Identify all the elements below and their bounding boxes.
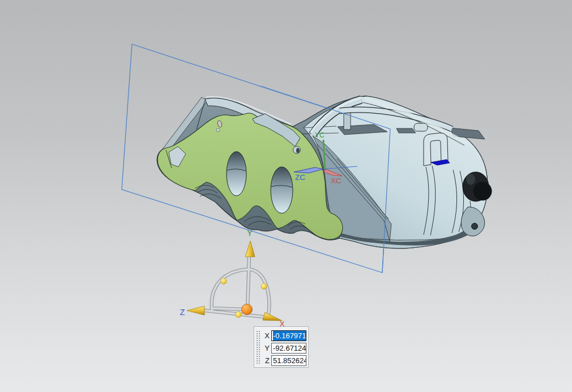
origin-ball-handle[interactable]: [242, 304, 253, 315]
deck-slot: [396, 128, 416, 133]
tip-hole: [472, 223, 478, 230]
wcs-yc-label: YC: [315, 131, 325, 139]
y-label: Y: [262, 344, 270, 352]
drag-grip[interactable]: [256, 330, 261, 364]
x-value-selected: -0.167971: [273, 331, 306, 341]
orient-manipulator: Y Z X: [180, 229, 285, 328]
x-label: X: [262, 331, 270, 340]
wcs-xc-label: XC: [331, 176, 342, 185]
coordinate-row-z: Z 51.852624: [262, 355, 306, 366]
knob-highlight: [466, 174, 475, 185]
y-input[interactable]: -92.67124: [271, 343, 306, 354]
deck-boss: [414, 123, 428, 131]
manipulator-frame[interactable]: [205, 257, 269, 317]
manipulator-z-label: Z: [180, 308, 185, 317]
manipulator-y-arrow[interactable]: [245, 241, 255, 257]
cad-viewport: { "viewport": { "width": 1010, "height":…: [0, 0, 572, 392]
wcs-zc-label: ZC: [295, 173, 305, 182]
cylinder-bore-1[interactable]: [227, 152, 246, 196]
z-input[interactable]: 51.852624: [271, 355, 306, 366]
cylinder-bore-2[interactable]: [271, 167, 293, 213]
rotate-handle-sphere[interactable]: [236, 312, 241, 317]
small-boss-hole: [296, 148, 300, 153]
knob-face: [473, 182, 492, 201]
manipulator-y-label: Y: [247, 229, 253, 238]
x-input[interactable]: -0.167971: [271, 330, 306, 341]
manipulator-z-arrow[interactable]: [187, 306, 204, 315]
rotate-handle-sphere[interactable]: [261, 283, 267, 289]
coordinate-row-y: Y -92.67124: [262, 343, 306, 354]
coordinate-input-box: X -0.167971 Y -92.67124 Z 51.852624: [254, 326, 309, 368]
coordinate-row-x: X -0.167971: [262, 330, 306, 341]
rotate-handle-sphere[interactable]: [221, 278, 227, 284]
small-dot: [216, 128, 220, 132]
z-label: Z: [262, 356, 270, 365]
